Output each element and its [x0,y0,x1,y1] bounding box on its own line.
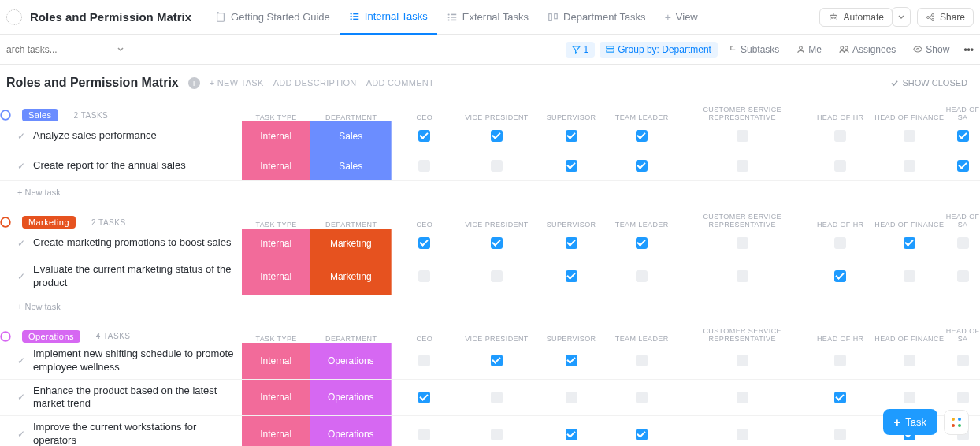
task-type-chip[interactable]: Internal [242,380,311,416]
search-input[interactable] [6,44,101,55]
department-chip[interactable]: Operations [310,380,392,416]
checkbox-vp[interactable] [491,429,503,440]
checkbox-sup[interactable] [566,392,577,403]
checkbox-fin[interactable] [904,355,915,366]
task-type-chip[interactable]: Internal [242,151,311,180]
checkbox-sa[interactable] [957,160,969,172]
collapse-icon[interactable] [0,331,11,342]
col-sa[interactable]: HEAD OF SA [945,327,980,343]
new-task-button[interactable]: + NEW TASK [210,78,264,87]
checkbox-fin[interactable] [904,237,915,249]
checkbox-tl[interactable] [636,429,648,440]
new-task-fab[interactable]: + Task [883,409,938,435]
checkbox-csr[interactable] [737,355,748,366]
search-dropdown[interactable] [117,44,124,55]
col-sup[interactable]: SUPERVISOR [536,335,607,343]
checkbox-csr[interactable] [737,160,748,172]
task-row[interactable]: ✓ Improve the current workstations for o… [0,416,980,446]
col-ceo[interactable]: CEO [392,221,458,229]
group-by-chip[interactable]: Group by: Department [600,42,718,58]
status-icon[interactable]: ✓ [17,271,25,282]
task-name[interactable]: Implement new shifting schedule to promo… [33,343,242,379]
checkbox-vp[interactable] [491,237,503,249]
checkbox-ceo[interactable] [418,130,430,142]
tab-department-tasks[interactable]: Department Tasks [538,0,655,35]
task-name[interactable]: Create marketing promotions to boost sal… [33,232,234,255]
task-type-chip[interactable]: Internal [242,229,311,258]
filter-count[interactable]: 1 [566,42,596,58]
checkbox-tl[interactable] [636,355,648,366]
department-chip[interactable]: Marketing [310,258,392,295]
checkbox-fin[interactable] [904,392,915,403]
col-sa[interactable]: HEAD OF SA [945,213,980,229]
checkbox-hr[interactable] [834,355,846,366]
col-ceo[interactable]: CEO [392,113,458,121]
checkbox-csr[interactable] [737,237,748,249]
col-fin[interactable]: HEAD OF FINANCE [874,221,946,229]
checkbox-hr[interactable] [834,270,846,282]
apps-fab[interactable] [944,410,969,435]
tab-getting-started[interactable]: Getting Started Guide [206,0,340,35]
group-badge[interactable]: Marketing [22,216,76,229]
col-task-type[interactable]: TASK TYPE [242,113,311,121]
task-row[interactable]: ✓ Create report for the annual sales Int… [0,151,980,181]
status-icon[interactable]: ✓ [17,429,25,440]
checkbox-sup[interactable] [566,237,577,249]
collapse-icon[interactable] [0,217,11,228]
col-sup[interactable]: SUPERVISOR [536,221,607,229]
status-icon[interactable]: ✓ [17,131,25,142]
show-closed-toggle[interactable]: SHOW CLOSED [890,78,967,87]
checkbox-sup[interactable] [566,130,577,142]
col-vp[interactable]: VICE PRESIDENT [458,335,536,343]
checkbox-tl[interactable] [636,270,648,282]
task-type-chip[interactable]: Internal [242,416,311,446]
checkbox-hr[interactable] [834,237,846,249]
checkbox-tl[interactable] [636,130,648,142]
department-chip[interactable]: Sales [310,121,392,151]
new-task-row[interactable]: + New task [0,181,980,203]
checkbox-hr[interactable] [834,160,846,172]
department-chip[interactable]: Operations [310,416,392,446]
task-type-chip[interactable]: Internal [242,258,311,295]
checkbox-sup[interactable] [566,160,577,172]
col-hr[interactable]: HEAD OF HR [807,335,874,343]
checkbox-vp[interactable] [491,160,503,172]
checkbox-ceo[interactable] [418,355,430,366]
task-type-chip[interactable]: Internal [242,121,311,151]
checkbox-sa[interactable] [957,237,969,249]
col-department[interactable]: DEPARTMENT [310,221,392,229]
checkbox-ceo[interactable] [418,429,430,440]
checkbox-csr[interactable] [737,392,748,403]
task-name[interactable]: Analyze sales performance [33,125,160,147]
col-csr[interactable]: CUSTOMER SERVICE REPRESENTATIVE [677,213,807,229]
checkbox-fin[interactable] [904,130,915,142]
info-icon[interactable]: i [188,77,200,89]
add-description-button[interactable]: ADD DESCRIPTION [273,78,357,87]
checkbox-sa[interactable] [957,355,969,366]
status-icon[interactable]: ✓ [17,392,25,403]
col-csr[interactable]: CUSTOMER SERVICE REPRESENTATIVE [677,327,807,343]
col-ceo[interactable]: CEO [392,335,458,343]
tab-external-tasks[interactable]: External Tasks [437,0,538,35]
automate-button[interactable]: Automate [819,8,893,27]
checkbox-tl[interactable] [636,237,648,249]
checkbox-vp[interactable] [491,270,503,282]
col-tl[interactable]: TEAM LEADER [607,113,677,121]
checkbox-hr[interactable] [834,130,846,142]
checkbox-ceo[interactable] [418,237,430,249]
col-fin[interactable]: HEAD OF FINANCE [874,113,946,121]
checkbox-csr[interactable] [737,429,748,440]
more-menu[interactable]: ••• [963,44,974,55]
checkbox-ceo[interactable] [418,160,430,172]
checkbox-hr[interactable] [834,392,846,403]
col-hr[interactable]: HEAD OF HR [807,113,874,121]
tab-add-view[interactable]: + View [655,0,707,35]
checkbox-csr[interactable] [737,270,748,282]
task-row[interactable]: ✓ Evaluate the current marketing status … [0,258,980,295]
department-chip[interactable]: Operations [310,343,392,379]
task-row[interactable]: ✓ Enhance the product based on the lates… [0,380,980,417]
col-department[interactable]: DEPARTMENT [310,113,392,121]
checkbox-sa[interactable] [957,392,969,403]
checkbox-hr[interactable] [834,429,846,440]
task-name[interactable]: Enhance the product based on the latest … [33,380,242,416]
